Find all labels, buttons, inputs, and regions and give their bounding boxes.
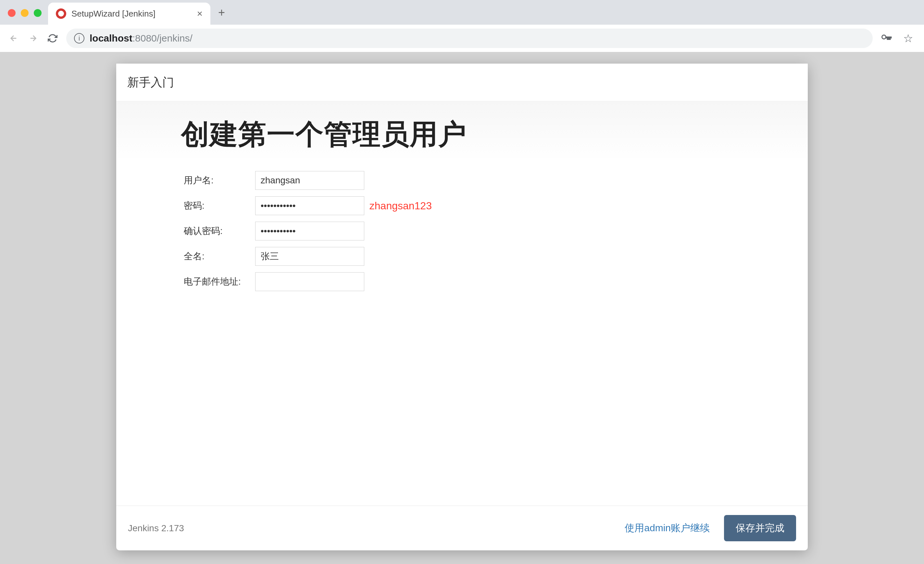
site-info-icon[interactable]: i [74,33,84,43]
email-label: 电子邮件地址: [181,269,253,294]
username-input[interactable] [255,171,364,190]
confirm-password-input[interactable] [255,221,364,241]
jenkins-version: Jenkins 2.173 [128,523,184,534]
page-content: 新手入门 创建第一个管理员用户 用户名: 密码: zhangsan123 确认密… [0,52,924,564]
new-tab-button[interactable]: + [210,6,233,25]
form-row-username: 用户名: [181,168,434,193]
url-bar: i localhost:8080/jenkins/ ☆ [0,25,924,52]
form-row-password: 密码: zhangsan123 [181,193,434,218]
fullname-label: 全名: [181,244,253,269]
confirm-password-label: 确认密码: [181,218,253,244]
jenkins-favicon-icon [56,9,66,19]
password-input[interactable] [255,196,364,215]
password-key-icon[interactable] [880,31,892,45]
username-label: 用户名: [181,168,253,193]
modal-header: 新手入门 [116,64,808,101]
email-input[interactable] [255,272,364,291]
browser-chrome: SetupWizard [Jenkins] × + i localhost:80… [0,0,924,52]
window-close-button[interactable] [8,9,16,17]
modal-body: 创建第一个管理员用户 用户名: 密码: zhangsan123 确认密码: [116,101,808,506]
fullname-input[interactable] [255,247,364,266]
bookmark-star-icon[interactable]: ☆ [900,32,916,45]
window-controls [5,9,48,25]
form-row-confirm-password: 确认密码: [181,218,434,244]
window-minimize-button[interactable] [21,9,28,17]
window-maximize-button[interactable] [34,9,42,17]
setup-wizard-modal: 新手入门 创建第一个管理员用户 用户名: 密码: zhangsan123 确认密… [116,64,808,551]
admin-user-form: 用户名: 密码: zhangsan123 确认密码: 全名: [181,168,434,294]
url-text: localhost:8080/jenkins/ [90,33,192,44]
tab-title: SetupWizard [Jenkins] [71,9,156,19]
continue-as-admin-link[interactable]: 使用admin账户继续 [622,518,712,539]
save-and-finish-button[interactable]: 保存并完成 [724,515,796,541]
modal-footer: Jenkins 2.173 使用admin账户继续 保存并完成 [116,506,808,551]
browser-tab[interactable]: SetupWizard [Jenkins] × [48,3,210,25]
back-icon[interactable] [8,33,20,44]
password-annotation: zhangsan123 [367,193,434,218]
address-bar[interactable]: i localhost:8080/jenkins/ [66,28,873,48]
reload-icon[interactable] [47,33,58,44]
page-title: 创建第一个管理员用户 [181,115,743,154]
password-label: 密码: [181,193,253,218]
form-row-email: 电子邮件地址: [181,269,434,294]
forward-icon[interactable] [27,33,39,44]
tab-close-icon[interactable]: × [197,8,202,19]
form-row-fullname: 全名: [181,244,434,269]
tab-bar: SetupWizard [Jenkins] × + [0,0,924,25]
